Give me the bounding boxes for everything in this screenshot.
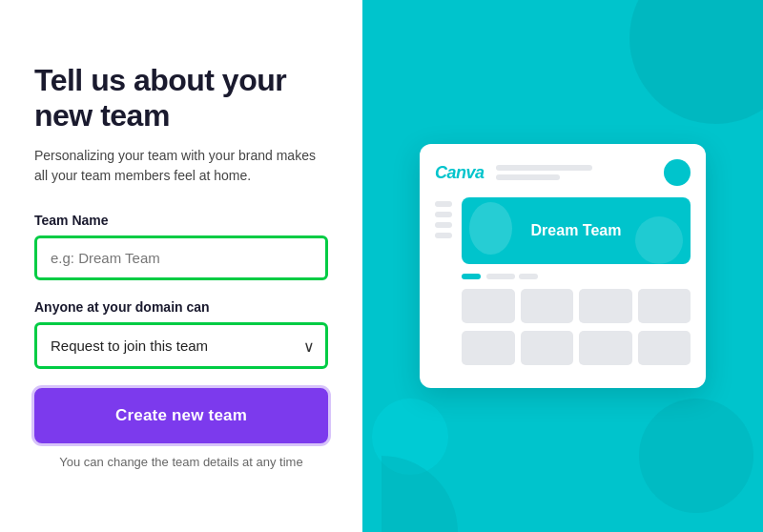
page-title: Tell us about your new team — [34, 63, 328, 133]
sidebar-placeholder — [435, 197, 452, 373]
right-panel: Canva Dream Team — [362, 0, 763, 532]
thumbnail-2 — [521, 289, 574, 323]
gray-bar-group — [486, 274, 538, 279]
header-avatar-circle — [664, 159, 691, 186]
gray-bar-2 — [519, 274, 538, 279]
preview-card-body: Dream Team — [435, 197, 691, 373]
thumbnail-7 — [579, 331, 632, 365]
hint-text: You can change the team details at any t… — [34, 455, 328, 469]
header-placeholder-lines — [492, 165, 656, 180]
preview-card-header: Canva — [435, 159, 691, 186]
blue-bar-row — [462, 274, 691, 279]
banner-deco-right — [635, 216, 683, 264]
sidebar-line-2 — [435, 212, 452, 217]
blue-indicator — [462, 274, 481, 279]
sidebar-line-4 — [435, 233, 452, 238]
team-name-label: Team Name — [34, 213, 328, 228]
header-line-1 — [496, 165, 592, 171]
dream-team-banner: Dream Team — [462, 197, 691, 264]
bg-decoration-leaf — [382, 456, 458, 532]
domain-select-wrapper: Request to join this team ∨ — [34, 322, 328, 369]
thumbnail-1 — [462, 289, 515, 323]
left-panel: Tell us about your new team Personalizin… — [0, 0, 362, 532]
bg-decoration-circle-1 — [629, 0, 763, 124]
preview-card: Canva Dream Team — [420, 144, 706, 388]
thumbnail-8 — [638, 331, 691, 365]
sidebar-line-1 — [435, 201, 452, 207]
thumbnail-3 — [579, 289, 632, 323]
thumbnail-grid-2 — [462, 331, 691, 365]
domain-select[interactable]: Request to join this team — [34, 322, 328, 369]
bg-decoration-circle-2 — [639, 399, 753, 513]
thumbnail-6 — [521, 331, 574, 365]
canva-logo: Canva — [435, 163, 485, 183]
team-name-input[interactable] — [34, 235, 328, 280]
page-subtitle: Personalizing your team with your brand … — [34, 146, 328, 186]
header-line-2 — [496, 174, 560, 180]
domain-label: Anyone at your domain can — [34, 299, 328, 315]
gray-bar-1 — [486, 274, 515, 279]
sidebar-line-3 — [435, 222, 452, 228]
preview-content-area: Dream Team — [462, 197, 691, 373]
banner-deco-left — [469, 202, 512, 255]
create-team-button[interactable]: Create new team — [34, 388, 328, 443]
thumbnail-5 — [462, 331, 515, 365]
banner-title: Dream Team — [531, 222, 622, 239]
thumbnail-grid-1 — [462, 289, 691, 323]
thumbnail-4 — [638, 289, 691, 323]
